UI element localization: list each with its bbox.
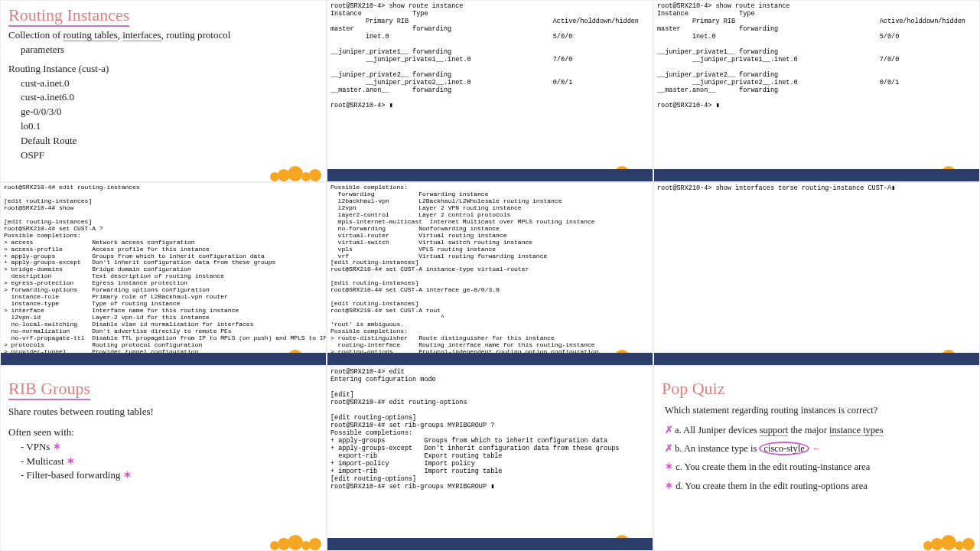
t: routing tables xyxy=(63,29,118,41)
slide-body: Collection of routing tables, interfaces… xyxy=(1,28,326,163)
decoration-dots xyxy=(270,160,321,181)
li: cust-a.inet6.0 xyxy=(21,90,318,105)
terminal-output: root@SRX210-4> show route instance Insta… xyxy=(654,1,979,111)
t: a. All Juniper devices xyxy=(675,425,760,435)
star-icon: ✶ xyxy=(123,469,132,481)
t: d. You create them in the edit routing-o… xyxy=(676,481,868,491)
circled-text: cisco-style xyxy=(759,442,809,455)
footer-bar xyxy=(327,538,653,550)
t: c. You create them in the edit routing-i… xyxy=(676,461,870,472)
quiz-option-c: ✶ c. You create them in the edit routing… xyxy=(665,460,969,474)
x-mark-icon: ✗ xyxy=(665,425,673,435)
t: interfaces xyxy=(122,29,161,41)
footer-bar xyxy=(654,169,979,181)
t: Collection of xyxy=(8,29,63,41)
slide-pop-quiz: Pop Quiz Which statement regarding routi… xyxy=(653,366,980,551)
li: - Multicast xyxy=(21,455,64,467)
decoration-dots xyxy=(923,529,975,550)
terminal-output: root@SRX210-4> show interfaces terse rou… xyxy=(654,183,979,194)
subhead: Routing Instance (cust-a) xyxy=(8,62,318,77)
li: Default Route xyxy=(21,134,318,148)
quiz-question: Which statement regarding routing instan… xyxy=(665,403,969,417)
title-text: Routing Instances xyxy=(8,5,129,27)
title-text: RIB Groups xyxy=(8,379,90,400)
slide-rib-groups: RIB Groups Share routes between routing … xyxy=(0,366,327,551)
li: - VPNs xyxy=(21,441,50,452)
footer-bar xyxy=(1,353,326,365)
slide-edit-routing-instances: root@SRX210-4# edit routing-instances [e… xyxy=(0,182,327,366)
slide-title: Pop Quiz xyxy=(654,374,979,400)
arrow-icon: ← xyxy=(812,443,822,454)
quiz-option-a: ✗a. All Juniper devices support the majo… xyxy=(665,423,969,437)
li: lo0.1 xyxy=(21,119,318,134)
slide-routing-instances: Routing Instances Collection of routing … xyxy=(0,0,327,182)
title-text: Pop Quiz xyxy=(662,379,725,398)
star-icon: ✶ xyxy=(665,481,673,491)
footer-bar xyxy=(654,353,979,365)
decoration-dots xyxy=(270,529,321,550)
terminal-output: root@SRX210-4# edit routing-instances [e… xyxy=(1,183,326,366)
t: Share routes between routing tables! xyxy=(8,405,318,419)
t: support xyxy=(760,425,789,436)
t: parameters xyxy=(21,43,318,57)
terminal-output: root@SRX210-4> edit Entering configurati… xyxy=(327,367,653,492)
t: , routing protocol xyxy=(161,29,231,41)
li: ge-0/0/3/0 xyxy=(21,105,318,119)
footer-bar xyxy=(327,169,653,181)
slide-show-interfaces-terse: root@SRX210-4> show interfaces terse rou… xyxy=(653,182,980,366)
star-icon: ✶ xyxy=(53,441,61,452)
slide-show-route-instance-2: root@SRX210-4> show route instance Insta… xyxy=(653,0,980,182)
slide-title: Routing Instances xyxy=(1,1,326,28)
slide-show-route-instance-1: root@SRX210-4> show route instance Insta… xyxy=(327,0,653,182)
t: instance types xyxy=(829,425,883,436)
t: Often seen with: xyxy=(8,425,318,440)
terminal-output: root@SRX210-4> show route instance Insta… xyxy=(327,1,653,111)
slide-rib-groups-cli: root@SRX210-4> edit Entering configurati… xyxy=(327,366,653,551)
star-icon: ✶ xyxy=(67,455,75,467)
t: the major xyxy=(788,425,829,435)
quiz-option-b: ✗b. An instance type is cisco-style ← xyxy=(665,442,969,455)
star-icon: ✶ xyxy=(665,461,673,472)
x-mark-icon: ✗ xyxy=(665,443,673,454)
footer-bar xyxy=(327,353,653,365)
li: cust-a.inet.0 xyxy=(21,77,318,91)
quiz-option-d: ✶ d. You create them in the edit routing… xyxy=(665,479,969,493)
slide-instance-type-completions: Possible completions: forwarding Forward… xyxy=(327,182,653,366)
quiz-body: Which statement regarding routing instan… xyxy=(654,400,979,496)
slide-body: Share routes between routing tables! Oft… xyxy=(1,402,326,483)
slide-title: RIB Groups xyxy=(1,374,326,402)
li: - Filter-based forwarding xyxy=(21,469,120,481)
t: b. An instance type is xyxy=(675,443,759,454)
terminal-output: Possible completions: forwarding Forward… xyxy=(327,183,653,366)
